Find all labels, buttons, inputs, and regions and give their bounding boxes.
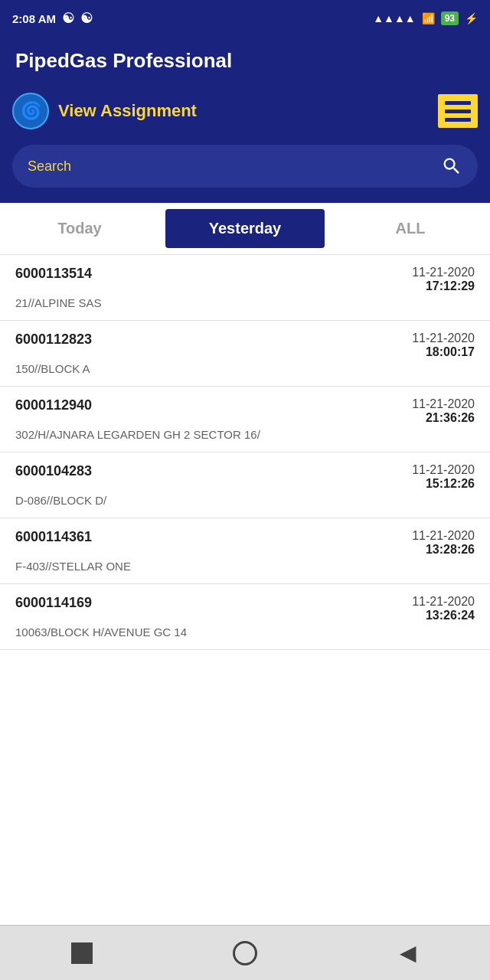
assignment-top-row: 6000104283 11-21-2020 15:12:26 (15, 463, 475, 491)
view-assignment-label: View Assignment (58, 101, 197, 121)
status-bar: 2:08 AM ☯ ☯ ▲▲▲▲ 📶 93 ⚡ (0, 0, 490, 37)
assignment-item[interactable]: 6000113514 11-21-2020 17:12:29 21//ALPIN… (0, 255, 490, 321)
tab-all[interactable]: ALL (331, 206, 490, 251)
tab-today-label: Today (57, 220, 101, 237)
assignment-id: 6000112940 (15, 397, 92, 413)
wifi-icon: 📶 (422, 12, 435, 24)
assignment-item[interactable]: 6000114361 11-21-2020 13:28:26 F-403//ST… (0, 518, 490, 584)
assignment-address: D-086//BLOCK D/ (15, 494, 475, 507)
view-assignment-bar: 🌀 View Assignment (0, 85, 490, 145)
search-input[interactable] (28, 158, 432, 175)
view-assignment-left: 🌀 View Assignment (12, 93, 197, 129)
search-button[interactable] (441, 155, 462, 177)
assignment-top-row: 6000114361 11-21-2020 13:28:26 (15, 529, 475, 557)
assignment-top-row: 6000114169 11-21-2020 13:26:24 (15, 595, 475, 622)
assignment-date-time: 11-21-2020 13:28:26 (412, 529, 475, 557)
assignment-time: 13:28:26 (412, 543, 475, 557)
assignment-date: 11-21-2020 (412, 266, 475, 279)
stop-icon (71, 942, 93, 964)
assignment-date-time: 11-21-2020 21:36:26 (412, 397, 475, 425)
assignment-item[interactable]: 6000114169 11-21-2020 13:26:24 10063/BLO… (0, 584, 490, 650)
hamburger-menu-button[interactable] (438, 94, 478, 128)
battery-indicator: 93 (441, 11, 459, 25)
back-button[interactable]: ◀ (385, 930, 431, 976)
assignment-address: 150//BLOCK A (15, 362, 475, 375)
assignment-id: 6000114169 (15, 595, 92, 611)
tab-yesterday-label: Yesterday (209, 220, 282, 237)
tab-today[interactable]: Today (0, 206, 159, 251)
assignment-time: 13:26:24 (412, 609, 475, 622)
search-container (0, 145, 490, 203)
assignment-address: 10063/BLOCK H/AVENUE GC 14 (15, 626, 475, 639)
assignment-top-row: 6000112940 11-21-2020 21:36:26 (15, 397, 475, 425)
assignment-item[interactable]: 6000104283 11-21-2020 15:12:26 D-086//BL… (0, 452, 490, 518)
assignment-address: 302/H/AJNARA LEGARDEN GH 2 SECTOR 16/ (15, 428, 475, 441)
hamburger-line-3 (445, 118, 471, 122)
hamburger-line-1 (445, 101, 471, 105)
p-icon-1: ☯ (62, 10, 74, 27)
app-title: PipedGas Professional (15, 49, 232, 72)
app-logo: 🌀 (12, 93, 49, 129)
p-icon-2: ☯ (80, 10, 93, 27)
assignment-item[interactable]: 6000112823 11-21-2020 18:00:17 150//BLOC… (0, 321, 490, 387)
assignment-top-row: 6000112823 11-21-2020 18:00:17 (15, 332, 475, 359)
assignment-item[interactable]: 6000112940 11-21-2020 21:36:26 302/H/AJN… (0, 387, 490, 452)
assignment-date: 11-21-2020 (412, 529, 475, 543)
assignment-date: 11-21-2020 (412, 397, 475, 411)
assignment-address: F-403//STELLAR ONE (15, 560, 475, 573)
home-icon (233, 941, 257, 965)
search-icon (441, 155, 462, 177)
status-right: ▲▲▲▲ 📶 93 ⚡ (373, 11, 478, 25)
stop-button[interactable] (59, 930, 105, 976)
status-time: 2:08 AM (12, 12, 56, 25)
assignment-time: 21:36:26 (412, 411, 475, 425)
signal-icon: ▲▲▲▲ (373, 12, 415, 24)
assignment-id: 6000113514 (15, 266, 92, 282)
assignment-id: 6000114361 (15, 529, 92, 545)
tabs-container: Today Yesterday ALL (0, 203, 490, 255)
assignment-date-time: 11-21-2020 13:26:24 (412, 595, 475, 622)
status-left: 2:08 AM ☯ ☯ (12, 10, 93, 27)
back-icon: ◀ (400, 940, 416, 965)
assignment-id: 6000112823 (15, 332, 92, 348)
tab-yesterday[interactable]: Yesterday (165, 209, 325, 248)
assignment-address: 21//ALPINE SAS (15, 296, 475, 309)
tab-all-label: ALL (396, 220, 426, 237)
assignment-date-time: 11-21-2020 18:00:17 (412, 332, 475, 359)
assignment-time: 18:00:17 (412, 345, 475, 359)
assignment-time: 17:12:29 (412, 279, 475, 293)
logo-icon: 🌀 (21, 101, 41, 121)
assignment-date: 11-21-2020 (412, 595, 475, 609)
assignment-id: 6000104283 (15, 463, 92, 479)
app-header: PipedGas Professional (0, 37, 490, 85)
assignment-date: 11-21-2020 (412, 463, 475, 477)
assignment-top-row: 6000113514 11-21-2020 17:12:29 (15, 266, 475, 293)
hamburger-line-2 (445, 109, 471, 113)
assignment-date-time: 11-21-2020 15:12:26 (412, 463, 475, 491)
assignment-time: 15:12:26 (412, 477, 475, 491)
assignment-date-time: 11-21-2020 17:12:29 (412, 266, 475, 293)
search-bar (12, 145, 478, 188)
bolt-icon: ⚡ (465, 12, 478, 24)
bottom-nav: ◀ (0, 925, 490, 980)
assignment-date: 11-21-2020 (412, 332, 475, 345)
assignments-list: 6000113514 11-21-2020 17:12:29 21//ALPIN… (0, 255, 490, 925)
home-button[interactable] (222, 930, 268, 976)
